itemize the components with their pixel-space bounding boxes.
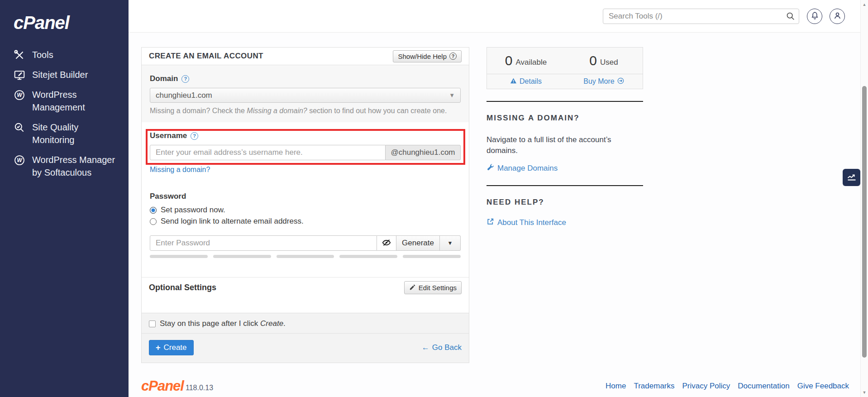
about-this-interface-link[interactable]: About This Interface: [486, 218, 566, 228]
cpanel-footer-logo[interactable]: cPanel: [141, 378, 184, 394]
vertical-scrollbar: ▲ ▼: [860, 0, 868, 397]
missing-domain-link[interactable]: Missing a domain?: [150, 166, 210, 174]
sidebar-item-tools[interactable]: Tools: [0, 45, 129, 65]
set-password-radio[interactable]: [150, 207, 157, 214]
dark-rule: [486, 185, 643, 186]
stay-on-page-checkbox[interactable]: [149, 320, 156, 327]
site-quality-icon: [14, 122, 25, 134]
help-icon[interactable]: ?: [191, 132, 198, 140]
stay-on-page-label: Stay on this page after I click Create.: [160, 319, 286, 328]
details-label: Details: [520, 77, 542, 86]
buy-more-link[interactable]: Buy More: [565, 74, 643, 89]
sidebar-item-label: Sitejet Builder: [32, 68, 88, 81]
wordpress-icon: W: [14, 154, 25, 166]
version-number: 118.0.13: [186, 384, 213, 392]
available-label: Available: [516, 58, 547, 67]
footer-link-trademarks[interactable]: Trademarks: [634, 382, 674, 391]
create-button[interactable]: + Create: [149, 340, 194, 355]
analytics-flyout-button[interactable]: [843, 169, 860, 186]
footer-link-give-feedback[interactable]: Give Feedback: [797, 382, 849, 391]
password-input[interactable]: [150, 235, 377, 251]
arrow-circle-icon: [617, 77, 624, 86]
domain-addon: @chunghieu1.com: [386, 145, 461, 160]
used-label: Used: [600, 58, 618, 67]
main-content: CREATE AN EMAIL ACCOUNT Show/Hide Help ?…: [129, 33, 868, 397]
eye-slash-icon: [382, 238, 391, 249]
plus-icon: +: [156, 343, 161, 353]
footer-links: Home Trademarks Privacy Policy Documenta…: [606, 382, 849, 391]
email-quota-box: 0 Available 0 Used Details: [486, 47, 643, 89]
search-icon[interactable]: [786, 11, 795, 21]
username-group: Username ? @chunghieu1.com Missing a dom…: [142, 122, 469, 174]
help-icon: ?: [449, 53, 457, 60]
manage-domains-label: Manage Domains: [497, 164, 558, 173]
send-login-link-radio[interactable]: [150, 218, 157, 225]
used-count: 0: [589, 53, 597, 68]
help-icon[interactable]: ?: [181, 75, 189, 83]
quota-available: 0 Available: [487, 48, 565, 74]
domain-select-value: chunghieu1.com: [156, 91, 212, 100]
toggle-password-visibility-button[interactable]: [377, 235, 396, 251]
sidebar-item-label: Tools: [32, 48, 53, 61]
cpanel-app: cPanel Tools Sitejet Builder W WordPress…: [0, 0, 868, 397]
search-input[interactable]: [603, 9, 799, 24]
scroll-up-arrow[interactable]: ▲: [861, 2, 868, 7]
domain-label: Domain: [150, 74, 178, 83]
top-bar: [129, 0, 868, 33]
scrollbar-thumb[interactable]: [862, 86, 867, 358]
manage-domains-link[interactable]: Manage Domains: [486, 163, 558, 173]
go-back-link[interactable]: ← Go Back: [422, 343, 462, 352]
password-strength-meter: [150, 255, 461, 258]
generate-options-button[interactable]: ▼: [440, 235, 461, 251]
buy-more-label: Buy More: [583, 77, 614, 86]
cpanel-sidebar-logo[interactable]: cPanel: [14, 13, 129, 33]
sidebar-item-sitejet-builder[interactable]: Sitejet Builder: [0, 65, 129, 85]
username-input[interactable]: [150, 145, 386, 160]
edit-settings-label: Edit Settings: [419, 284, 457, 292]
arrow-left-icon: ←: [422, 343, 429, 352]
available-count: 0: [505, 53, 513, 68]
notifications-button[interactable]: [807, 9, 822, 24]
sidebar-nav: Tools Sitejet Builder W WordPress Manage…: [0, 45, 129, 182]
show-hide-help-label: Show/Hide Help: [398, 53, 447, 60]
optional-settings-label: Optional Settings: [149, 283, 216, 292]
wrench-icon: [486, 163, 494, 173]
form-footer: Stay on this page after I click Create. …: [142, 313, 469, 363]
stay-on-page-row[interactable]: Stay on this page after I click Create.: [142, 313, 469, 333]
sitejet-icon: [14, 69, 25, 81]
chart-line-icon: [846, 172, 857, 184]
svg-text:W: W: [17, 157, 23, 163]
sidebar-item-label: WordPress Manager by Softaculous: [32, 153, 120, 179]
sidebar-item-wordpress-management[interactable]: W WordPress Management: [0, 85, 129, 117]
about-this-interface-label: About This Interface: [497, 218, 566, 227]
sidebar-item-label: Site Quality Monitoring: [32, 121, 120, 146]
account-button[interactable]: [830, 9, 845, 24]
domain-hint: Missing a domain? Check the Missing a do…: [150, 107, 461, 115]
bell-icon: [810, 11, 820, 22]
missing-domain-text: Navigate to a full list of the account’s…: [486, 134, 627, 156]
page-footer: cPanel 118.0.13 Home Trademarks Privacy …: [141, 377, 849, 395]
generate-password-button[interactable]: Generate: [396, 235, 440, 251]
sidebar-item-site-quality-monitoring[interactable]: Site Quality Monitoring: [0, 117, 129, 150]
password-label: Password: [150, 192, 186, 201]
set-password-label: Set password now.: [161, 206, 225, 215]
edit-settings-button[interactable]: Edit Settings: [404, 281, 462, 294]
right-column: 0 Available 0 Used Details: [486, 47, 643, 228]
footer-link-documentation[interactable]: Documentation: [738, 382, 789, 391]
domain-select[interactable]: chunghieu1.com ▼: [150, 88, 461, 103]
wordpress-icon: W: [14, 89, 25, 101]
search-box: [603, 9, 799, 24]
show-hide-help-button[interactable]: Show/Hide Help ?: [393, 50, 462, 62]
footer-link-home[interactable]: Home: [606, 382, 626, 391]
missing-domain-title: MISSING A DOMAIN?: [486, 114, 643, 123]
caret-down-icon: ▼: [449, 92, 455, 99]
external-link-icon: [486, 218, 494, 228]
sidebar-item-wordpress-manager[interactable]: W WordPress Manager by Softaculous: [0, 150, 129, 182]
username-label: Username: [150, 131, 187, 140]
page-title: CREATE AN EMAIL ACCOUNT: [149, 52, 263, 61]
dark-rule: [486, 101, 643, 102]
scroll-down-arrow[interactable]: ▼: [861, 390, 868, 395]
footer-link-privacy-policy[interactable]: Privacy Policy: [682, 382, 730, 391]
details-link[interactable]: Details: [487, 74, 565, 89]
optional-settings-row: Optional Settings Edit Settings: [142, 277, 469, 298]
